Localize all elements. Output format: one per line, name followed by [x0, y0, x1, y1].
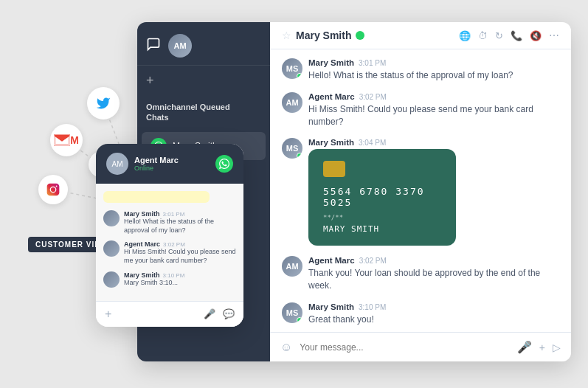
customer-messages-area: Mary Smith 3:01 PM Hello! What is the st…: [96, 184, 243, 301]
emoji-button[interactable]: ☺: [280, 341, 292, 354]
cust-text: Mary Smith 3:10...: [124, 279, 184, 288]
cust-avatar-3: [103, 271, 120, 288]
message-content: Mary Smith 3:01 PM Hello! What is the st…: [308, 58, 513, 82]
gmail-bubble: M: [50, 124, 83, 156]
chat-messages: MS Mary Smith 3:01 PM Hello! What is the…: [270, 49, 571, 332]
cust-msg-content: Mary Smith 3:01 PM Hello! What is the st…: [124, 210, 236, 235]
cust-sender: Mary Smith: [124, 271, 160, 279]
cust-text: Hello! What is the status of the approva…: [124, 218, 236, 235]
message-sender: Mary Smith: [308, 302, 354, 311]
sidebar-section-title: Omnichannel Queued Chats: [137, 96, 270, 128]
message-meta: Mary Smith 3:10 PM: [308, 302, 386, 311]
mary-smith-avatar-3: MS: [282, 302, 302, 323]
star-icon[interactable]: ☆: [282, 30, 291, 41]
customer-agent-name: Agent Marc: [134, 156, 179, 164]
cust-avatar-2: [103, 240, 120, 257]
more-icon[interactable]: ⋯: [549, 30, 559, 41]
phone-icon[interactable]: 📞: [511, 30, 522, 41]
attach-icon[interactable]: +: [539, 342, 545, 353]
message-meta: Agent Marc 3:02 PM: [308, 256, 559, 265]
message-row: MS Mary Smith 3:01 PM Hello! What is the…: [282, 58, 559, 82]
mary-smith-avatar: MS: [282, 58, 302, 79]
message-content: Agent Marc 3:02 PM Thank you! Your loan …: [308, 256, 559, 292]
avatar-online-dot: [297, 317, 302, 323]
message-row: MS Mary Smith 3:04 PM 5564 6780 3370 502…: [282, 138, 559, 246]
chat-icon: [146, 37, 161, 55]
card-holder-name: MARY SMITH: [323, 224, 441, 234]
svg-rect-5: [47, 184, 60, 196]
message-time: 3:02 PM: [359, 257, 387, 265]
refresh-icon[interactable]: ↻: [495, 30, 503, 41]
chat-header-name: Mary Smith: [296, 30, 351, 41]
cust-text: Hi Miss Smith! Could you please send me …: [124, 248, 236, 265]
customer-whatsapp-badge: [215, 155, 233, 173]
customer-agent-info: Agent Marc Online: [134, 156, 179, 172]
agent-marc-avatar-2: AM: [282, 256, 302, 277]
sidebar-add-button[interactable]: +: [146, 73, 161, 89]
header-actions: 🌐 ⏱ ↻ 📞 🔇 ⋯: [459, 30, 559, 41]
message-row: MS Mary Smith 3:10 PM Great thank you!: [282, 302, 559, 326]
instagram-bubble: [38, 175, 68, 204]
customer-agent-status: Online: [134, 164, 179, 172]
chat-message-input[interactable]: [300, 342, 509, 353]
online-status-indicator: [356, 31, 364, 40]
svg-point-7: [56, 186, 58, 187]
message-time: 3:10 PM: [359, 303, 386, 311]
svg-point-6: [50, 187, 56, 193]
cust-msg-meta: Agent Marc 3:02 PM: [124, 240, 236, 248]
send-icon[interactable]: ▷: [553, 342, 561, 353]
cust-sender: Agent Marc: [124, 240, 160, 248]
message-text: Hello! What is the status of the approva…: [308, 69, 513, 82]
message-sender: Mary Smith: [308, 58, 354, 67]
message-row: AM Agent Marc 3:02 PM Thank you! Your lo…: [282, 256, 559, 292]
message-time: 3:01 PM: [359, 59, 386, 67]
message-time: 3:04 PM: [359, 139, 386, 147]
avatar-online-dot: [297, 73, 302, 79]
cust-time: 3:02 PM: [163, 241, 185, 248]
message-sender: Agent Marc: [308, 256, 355, 265]
card-number: 5564 6780 3370 5025: [323, 186, 441, 208]
customer-message-row: Mary Smith 3:10 PM Mary Smith 3:10...: [103, 271, 236, 288]
chat-panel: ☆ Mary Smith 🌐 ⏱ ↻ 📞 🔇 ⋯ MS: [270, 22, 571, 361]
message-content: Mary Smith 3:04 PM 5564 6780 3370 5025 *…: [308, 138, 456, 246]
customer-card-footer: + 🎤 💬: [96, 301, 243, 327]
cust-sender: Mary Smith: [124, 210, 160, 218]
footer-chat-icon[interactable]: 💬: [223, 308, 235, 319]
sidebar-user-avatar: AM: [168, 34, 192, 58]
message-content: Agent Marc 3:02 PM Hi Miss Smith! Could …: [308, 92, 559, 128]
footer-mic-icon[interactable]: 🎤: [204, 308, 215, 319]
message-text: Great thank you!: [308, 313, 386, 326]
message-sender: Agent Marc: [308, 92, 355, 101]
message-meta: Agent Marc 3:02 PM: [308, 92, 559, 101]
message-meta: Mary Smith 3:01 PM: [308, 58, 513, 67]
message-time: 3:02 PM: [359, 93, 387, 101]
customer-typing-preview: [103, 191, 210, 203]
customer-card-header: AM Agent Marc Online: [96, 144, 243, 184]
customer-message-row: Mary Smith 3:01 PM Hello! What is the st…: [103, 210, 236, 235]
cust-msg-content: Agent Marc 3:02 PM Hi Miss Smith! Could …: [124, 240, 236, 265]
message-sender: Mary Smith: [308, 138, 354, 147]
sidebar-header: AM: [137, 22, 270, 66]
message-content: Mary Smith 3:10 PM Great thank you!: [308, 302, 386, 326]
mic-icon[interactable]: 🎤: [517, 340, 532, 354]
chat-header: ☆ Mary Smith 🌐 ⏱ ↻ 📞 🔇 ⋯: [270, 22, 571, 49]
avatar-online-dot: [297, 153, 302, 159]
message-row: AM Agent Marc 3:02 PM Hi Miss Smith! Cou…: [282, 92, 559, 128]
cust-time: 3:01 PM: [163, 211, 185, 218]
message-meta: Mary Smith 3:04 PM: [308, 138, 456, 147]
card-expiry: **/**: [323, 214, 441, 221]
customer-message-row: Agent Marc 3:02 PM Hi Miss Smith! Could …: [103, 240, 236, 265]
cust-msg-meta: Mary Smith 3:10 PM: [124, 271, 184, 279]
mute-icon[interactable]: 🔇: [530, 30, 542, 41]
cust-time: 3:10 PM: [163, 272, 185, 279]
footer-add-button[interactable]: +: [105, 308, 111, 321]
chat-input-bar: ☺ 🎤 + ▷: [270, 332, 571, 361]
mary-smith-avatar-2: MS: [282, 138, 302, 159]
svg-rect-4: [54, 135, 70, 146]
message-text: Thank you! Your loan should be approved …: [308, 267, 559, 292]
credit-card-message: 5564 6780 3370 5025 **/** MARY SMITH: [308, 149, 456, 246]
cust-avatar: [103, 210, 120, 226]
customer-card-agent-info: AM Agent Marc Online: [106, 153, 179, 175]
clock-icon[interactable]: ⏱: [478, 30, 488, 41]
globe-icon[interactable]: 🌐: [459, 30, 471, 41]
